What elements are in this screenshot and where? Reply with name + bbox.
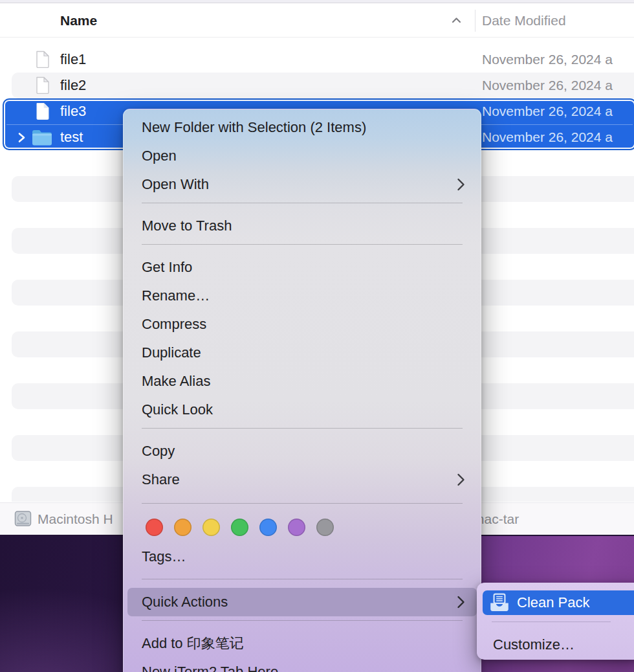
menu-item-copy[interactable]: Copy: [124, 437, 481, 465]
submenu-arrow-icon: [457, 473, 465, 487]
menu-divider: [142, 620, 463, 621]
menu-item-quick-actions[interactable]: Quick Actions: [127, 588, 477, 616]
tag-dot-yellow[interactable]: [202, 519, 220, 536]
menu-divider: [142, 503, 463, 504]
submenu-item-clean-pack[interactable]: Clean Pack: [483, 590, 634, 615]
menu-divider: [142, 244, 463, 245]
menu-item-move-to-trash[interactable]: Move to Trash: [124, 212, 481, 240]
file-row-file1[interactable]: file1 November 26, 2024 a: [0, 47, 634, 73]
toolbar-bottom-strip: [0, 0, 634, 3]
file-date-modified: November 26, 2024 a: [482, 47, 613, 73]
document-icon: [36, 50, 50, 71]
file-date-modified: November 26, 2024 a: [482, 73, 613, 98]
submenu-arrow-icon: [457, 595, 465, 609]
quick-actions-submenu: Clean Pack Customize…: [477, 583, 634, 660]
submenu-arrow-icon: [457, 177, 465, 192]
tag-dot-green[interactable]: [231, 519, 248, 536]
menu-item-open[interactable]: Open: [124, 142, 481, 170]
path-item-device[interactable]: Macintosh H: [38, 503, 113, 535]
document-icon: [36, 76, 50, 96]
file-date-modified: November 26, 2024 a: [482, 98, 613, 124]
file-name: file2: [60, 73, 86, 98]
finder-screenshot: Name Date Modified file1 November 26, 20…: [0, 0, 634, 672]
menu-divider: [142, 428, 463, 429]
submenu-item-customize[interactable]: Customize…: [493, 631, 574, 659]
menu-item-new-iterm2-tab[interactable]: New iTerm2 Tab Here: [124, 658, 481, 672]
menu-item-compress[interactable]: Compress: [124, 310, 481, 339]
menu-item-open-with[interactable]: Open With: [124, 170, 481, 199]
menu-item-get-info[interactable]: Get Info: [124, 253, 481, 282]
tag-dot-orange[interactable]: [174, 519, 191, 536]
folder-name: test: [60, 124, 83, 150]
menu-divider: [142, 579, 463, 579]
disclosure-chevron-icon[interactable]: [17, 132, 26, 146]
menu-item-share[interactable]: Share: [124, 465, 481, 494]
menu-item-add-to-yinxiang[interactable]: Add to 印象笔记: [124, 629, 481, 658]
submenu-divider: [492, 622, 611, 622]
menu-item-tags[interactable]: Tags…: [124, 543, 481, 571]
menu-item-duplicate[interactable]: Duplicate: [124, 339, 481, 367]
file-name: file3: [60, 98, 86, 124]
tag-dot-gray[interactable]: [316, 519, 334, 536]
tag-dot-blue[interactable]: [259, 519, 277, 536]
column-divider[interactable]: [475, 10, 476, 32]
file-name: file1: [60, 47, 86, 73]
column-header-name[interactable]: Name: [60, 4, 97, 37]
archive-tray-icon: [489, 593, 510, 612]
folder-icon: [32, 129, 52, 148]
header-divider: [0, 37, 634, 38]
tag-dot-purple[interactable]: [288, 519, 305, 536]
tag-color-row: [124, 511, 481, 543]
file-row-file2[interactable]: file2 November 26, 2024 a: [0, 73, 634, 98]
column-header-date-modified[interactable]: Date Modified: [482, 4, 566, 37]
menu-item-new-folder-with-selection[interactable]: New Folder with Selection (2 Items): [124, 113, 481, 142]
menu-item-rename[interactable]: Rename…: [124, 282, 481, 310]
menu-item-make-alias[interactable]: Make Alias: [124, 367, 481, 396]
file-date-modified: November 26, 2024 a: [482, 124, 613, 150]
menu-item-quick-look[interactable]: Quick Look: [124, 396, 481, 424]
tag-dot-red[interactable]: [146, 519, 163, 536]
sort-ascending-icon[interactable]: [451, 15, 462, 28]
hard-drive-icon: [14, 510, 32, 530]
list-view-header: Name Date Modified: [0, 4, 634, 37]
document-icon: [36, 102, 50, 122]
context-menu: New Folder with Selection (2 Items) Open…: [123, 109, 481, 672]
menu-divider: [142, 203, 463, 203]
